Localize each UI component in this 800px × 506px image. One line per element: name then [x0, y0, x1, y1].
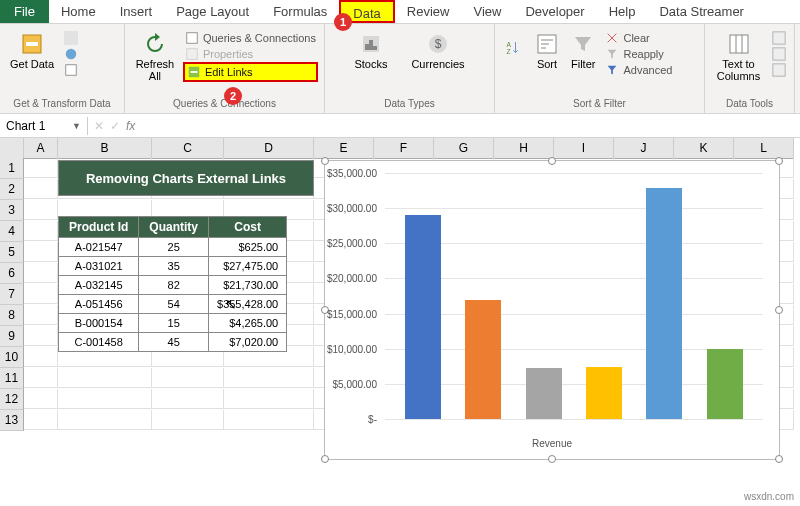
col-header[interactable]: F — [374, 138, 434, 159]
text-to-columns-button[interactable]: Text to Columns — [711, 30, 766, 84]
cell[interactable] — [58, 410, 152, 430]
chart-bar[interactable] — [526, 368, 562, 419]
row-header[interactable]: 3 — [0, 200, 24, 221]
cell[interactable] — [152, 389, 224, 409]
tab-file[interactable]: File — [0, 0, 49, 23]
cell[interactable] — [24, 221, 58, 241]
tab-insert[interactable]: Insert — [108, 0, 165, 23]
cell[interactable] — [24, 389, 58, 409]
table-cell: 25 — [139, 238, 209, 257]
cell[interactable] — [152, 410, 224, 430]
col-header[interactable]: K — [674, 138, 734, 159]
col-header[interactable]: B — [58, 138, 152, 159]
col-header[interactable]: L — [734, 138, 794, 159]
row-header[interactable]: 9 — [0, 326, 24, 347]
advanced-button[interactable]: Advanced — [603, 62, 674, 78]
table-header: Quantity — [139, 217, 209, 238]
col-header[interactable]: E — [314, 138, 374, 159]
y-tick: $30,000.00 — [327, 203, 377, 214]
cell[interactable] — [24, 326, 58, 346]
from-web-icon[interactable] — [62, 46, 80, 62]
row-header[interactable]: 1 — [0, 158, 24, 179]
row-header[interactable]: 12 — [0, 389, 24, 410]
cell[interactable] — [24, 368, 58, 388]
chart-y-axis: $-$5,000.00$10,000.00$15,000.00$20,000.0… — [325, 173, 381, 419]
from-table-icon[interactable] — [62, 62, 80, 78]
remove-dup-icon[interactable] — [770, 46, 788, 62]
col-header[interactable]: G — [434, 138, 494, 159]
chart-bar[interactable] — [646, 188, 682, 419]
row-header[interactable]: 11 — [0, 368, 24, 389]
flash-fill-icon[interactable] — [770, 30, 788, 46]
stocks-button[interactable]: Stocks — [350, 30, 391, 72]
col-header[interactable] — [0, 138, 24, 159]
chart-bar[interactable] — [586, 367, 622, 419]
row-header[interactable]: 2 — [0, 179, 24, 200]
formula-bar[interactable] — [141, 124, 800, 128]
cancel-formula-icon[interactable]: ✕ — [94, 119, 104, 133]
col-header[interactable]: I — [554, 138, 614, 159]
cell[interactable] — [24, 179, 58, 199]
tab-view[interactable]: View — [461, 0, 513, 23]
cell[interactable] — [224, 389, 314, 409]
name-box[interactable]: Chart 1▼ — [0, 117, 88, 135]
cell[interactable] — [24, 305, 58, 325]
cell[interactable] — [24, 200, 58, 220]
refresh-all-button[interactable]: Refresh All — [131, 30, 179, 84]
cell[interactable] — [24, 284, 58, 304]
cell[interactable] — [58, 389, 152, 409]
get-data-button[interactable]: Get Data — [6, 30, 58, 72]
chart-bar[interactable] — [465, 300, 501, 419]
fx-icon[interactable]: fx — [126, 119, 135, 133]
chart-bar[interactable] — [405, 215, 441, 419]
cell[interactable] — [224, 410, 314, 430]
enter-formula-icon[interactable]: ✓ — [110, 119, 120, 133]
col-header[interactable]: D — [224, 138, 314, 159]
reapply-button[interactable]: Reapply — [603, 46, 674, 62]
row-header[interactable]: 5 — [0, 242, 24, 263]
cell[interactable] — [24, 263, 58, 283]
edit-links-button[interactable]: Edit Links — [183, 62, 318, 82]
col-header[interactable]: H — [494, 138, 554, 159]
cell[interactable] — [58, 368, 152, 388]
cell[interactable] — [24, 410, 58, 430]
tab-formulas[interactable]: Formulas — [261, 0, 339, 23]
row-header[interactable]: 13 — [0, 410, 24, 431]
tab-page-layout[interactable]: Page Layout — [164, 0, 261, 23]
cell[interactable] — [224, 368, 314, 388]
col-header[interactable]: A — [24, 138, 58, 159]
tab-data-streamer[interactable]: Data Streamer — [647, 0, 756, 23]
row-header[interactable]: 4 — [0, 221, 24, 242]
row-header[interactable]: 8 — [0, 305, 24, 326]
properties-button[interactable]: Properties — [183, 46, 318, 62]
col-header[interactable]: J — [614, 138, 674, 159]
table-cell: $4,265.00 — [209, 314, 287, 333]
row-header[interactable]: 6 — [0, 263, 24, 284]
table-row: A-05145654$355,428.00 — [59, 295, 287, 314]
chart-bar[interactable] — [707, 349, 743, 419]
cell[interactable] — [24, 158, 58, 178]
tab-home[interactable]: Home — [49, 0, 108, 23]
filter-button[interactable]: Filter — [567, 30, 599, 72]
tab-help[interactable]: Help — [597, 0, 648, 23]
from-text-icon[interactable] — [62, 30, 80, 46]
tab-developer[interactable]: Developer — [513, 0, 596, 23]
table-cell: $27,475.00 — [209, 257, 287, 276]
chevron-down-icon[interactable]: ▼ — [72, 121, 81, 131]
clear-button[interactable]: Clear — [603, 30, 674, 46]
data-validation-icon[interactable] — [770, 62, 788, 78]
chart[interactable]: $-$5,000.00$10,000.00$15,000.00$20,000.0… — [324, 160, 780, 460]
tab-review[interactable]: Review — [395, 0, 462, 23]
queries-connections-button[interactable]: Queries & Connections — [183, 30, 318, 46]
cell[interactable] — [24, 242, 58, 262]
row-header[interactable]: 10 — [0, 347, 24, 368]
sort-button[interactable]: Sort — [531, 30, 563, 72]
cell[interactable] — [152, 368, 224, 388]
col-header[interactable]: C — [152, 138, 224, 159]
svg-rect-5 — [187, 33, 198, 44]
cell[interactable] — [24, 347, 58, 367]
row-header[interactable]: 7 — [0, 284, 24, 305]
currencies-button[interactable]: $ Currencies — [407, 30, 468, 72]
sort-az-button[interactable]: AZ — [501, 30, 527, 66]
worksheet[interactable]: ABCDEFGHIJKL 12345678910111213 Removing … — [0, 138, 800, 431]
